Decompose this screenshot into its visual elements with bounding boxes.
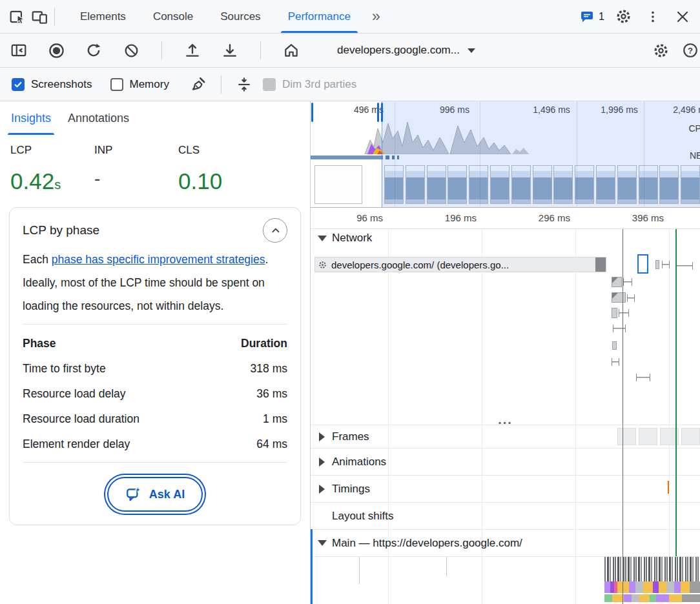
- network-request-cap: [595, 257, 606, 272]
- screenshot-thumbnail[interactable]: [314, 165, 362, 204]
- frame-thumbnail[interactable]: [639, 428, 657, 445]
- capture-options-bar: Screenshots Memory Dim 3rd parties: [0, 68, 700, 101]
- track-header-layout-shifts[interactable]: Layout shifts: [311, 502, 700, 529]
- tab-console[interactable]: Console: [139, 0, 207, 33]
- window-left-handle[interactable]: [311, 103, 313, 122]
- network-request-bar[interactable]: [612, 292, 626, 303]
- screenshot-thumbnail[interactable]: [427, 165, 446, 204]
- network-request-bar[interactable]: [655, 260, 659, 269]
- table-row: Time to first byte 318 ms: [23, 356, 287, 381]
- screenshots-checkbox[interactable]: [12, 78, 25, 91]
- flamechart-categories-row[interactable]: [604, 581, 700, 593]
- network-request-bar[interactable]: [619, 309, 629, 317]
- close-devtools-button[interactable]: [672, 6, 694, 28]
- network-request-bar[interactable]: [612, 277, 622, 287]
- memory-checkbox[interactable]: [110, 78, 123, 91]
- issues-counter-button[interactable]: 1: [579, 9, 604, 25]
- screenshot-thumbnail[interactable]: [469, 165, 488, 204]
- network-overview-tick: [397, 156, 399, 159]
- improvement-strategies-link[interactable]: phase has specific improvement strategie…: [52, 253, 265, 266]
- track-label: Network: [332, 232, 372, 245]
- screenshots-checkbox-group[interactable]: Screenshots: [12, 78, 103, 91]
- toggle-device-toolbar-button[interactable]: [28, 6, 50, 28]
- clear-recording-button[interactable]: [120, 39, 142, 61]
- collect-garbage-button[interactable]: [187, 74, 209, 96]
- main-thread-flamechart[interactable]: [311, 556, 700, 604]
- network-request-bar[interactable]: [623, 278, 632, 286]
- tab-sources[interactable]: Sources: [207, 0, 274, 33]
- network-request-bar[interactable]: [612, 308, 617, 318]
- ask-ai-button[interactable]: Ask AI: [107, 477, 203, 512]
- network-request-label: developers.google.com/ (developers.go...: [331, 259, 509, 270]
- customize-devtools-button[interactable]: [642, 6, 664, 28]
- track-header-animations[interactable]: Animations: [311, 448, 700, 475]
- ruler-tick-label: 396 ms: [632, 212, 669, 223]
- screenshot-thumbnail[interactable]: [617, 165, 637, 204]
- track-header-network[interactable]: Network: [311, 229, 700, 247]
- screenshot-thumbnail[interactable]: [384, 165, 404, 204]
- help-button[interactable]: ?: [679, 39, 700, 61]
- network-request-bar[interactable]: [612, 341, 617, 350]
- phase-table: Phase Duration Time to first byte 318 ms…: [23, 330, 287, 457]
- flamechart-categories-row[interactable]: [604, 594, 700, 602]
- network-request-bar[interactable]: [627, 294, 635, 302]
- network-request-bar[interactable]: [613, 325, 626, 332]
- network-request-bar[interactable]: developers.google.com/ (developers.go...: [314, 257, 606, 272]
- window-right-handle[interactable]: [377, 103, 383, 122]
- tab-annotations[interactable]: Annotations: [59, 101, 138, 135]
- screenshot-thumbnail[interactable]: [511, 165, 531, 204]
- track-header-main-thread[interactable]: Main — https://developers.google.com/: [311, 529, 700, 556]
- dim-3rd-parties-label: Dim 3rd parties: [282, 78, 356, 91]
- flamechart-activity[interactable]: [604, 557, 700, 581]
- frame-thumbnail[interactable]: [617, 428, 636, 445]
- collapse-sections-button[interactable]: [233, 74, 255, 96]
- save-profile-button[interactable]: [219, 39, 241, 61]
- network-request-bar[interactable]: [676, 262, 693, 270]
- load-profile-button[interactable]: [181, 39, 203, 61]
- screenshot-thumbnail[interactable]: [553, 165, 573, 204]
- phase-cell: Resource load duration: [23, 407, 212, 432]
- settings-button[interactable]: [612, 6, 634, 28]
- overview-tick-label: 1,996 ms: [601, 105, 638, 115]
- inspect-element-button[interactable]: [6, 6, 28, 28]
- more-tabs-button[interactable]: »: [364, 8, 388, 25]
- screenshot-thumbnail[interactable]: [490, 165, 510, 204]
- track-header-timings[interactable]: Timings: [311, 475, 700, 502]
- garbage-broom-icon: [190, 76, 207, 93]
- network-overview-bar: [311, 156, 383, 159]
- tab-label: Insights: [11, 112, 51, 125]
- tab-performance[interactable]: Performance: [274, 0, 364, 33]
- network-request-bar[interactable]: [662, 261, 670, 268]
- gear-icon: [615, 8, 632, 25]
- screenshot-thumbnail[interactable]: [681, 165, 700, 204]
- screenshot-thumbnail[interactable]: [596, 165, 615, 204]
- timeline-overview[interactable]: 496 ms996 ms1,496 ms1,996 ms2,496 ms CPU…: [311, 101, 700, 208]
- frame-thumbnail[interactable]: [681, 428, 700, 445]
- screenshot-thumbnail[interactable]: [659, 165, 679, 204]
- go-to-live-metrics-button[interactable]: [280, 39, 302, 61]
- screenshot-thumbnail[interactable]: [406, 165, 425, 204]
- network-request-bar[interactable]: [612, 358, 619, 366]
- screenshot-thumbnail[interactable]: [533, 165, 552, 204]
- capture-settings-button[interactable]: [650, 39, 672, 61]
- record-icon: [48, 42, 65, 59]
- record-button[interactable]: [45, 39, 67, 61]
- screenshot-thumbnail[interactable]: [575, 165, 594, 204]
- tab-insights[interactable]: Insights: [3, 101, 59, 135]
- screenshots-label[interactable]: Screenshots: [31, 78, 92, 91]
- memory-label[interactable]: Memory: [130, 78, 169, 91]
- toggle-sidebar-button[interactable]: [8, 39, 30, 61]
- track-resizer-handle[interactable]: ...: [498, 414, 513, 425]
- tab-elements[interactable]: Elements: [67, 0, 139, 33]
- record-and-reload-button[interactable]: [83, 39, 105, 61]
- network-request-bar[interactable]: [637, 254, 648, 274]
- network-request-bar[interactable]: [636, 374, 650, 381]
- dim-3rd-parties-checkbox[interactable]: [263, 78, 276, 91]
- track-header-frames[interactable]: Frames: [311, 425, 700, 448]
- page-selector-dropdown[interactable]: developers.google.com...: [337, 44, 475, 57]
- screenshot-thumbnail[interactable]: [448, 165, 467, 204]
- memory-checkbox-group[interactable]: Memory: [110, 78, 180, 91]
- screenshot-thumbnail[interactable]: [639, 165, 658, 204]
- ai-chat-sparkle-icon: [125, 486, 142, 503]
- collapse-card-button[interactable]: [263, 218, 287, 243]
